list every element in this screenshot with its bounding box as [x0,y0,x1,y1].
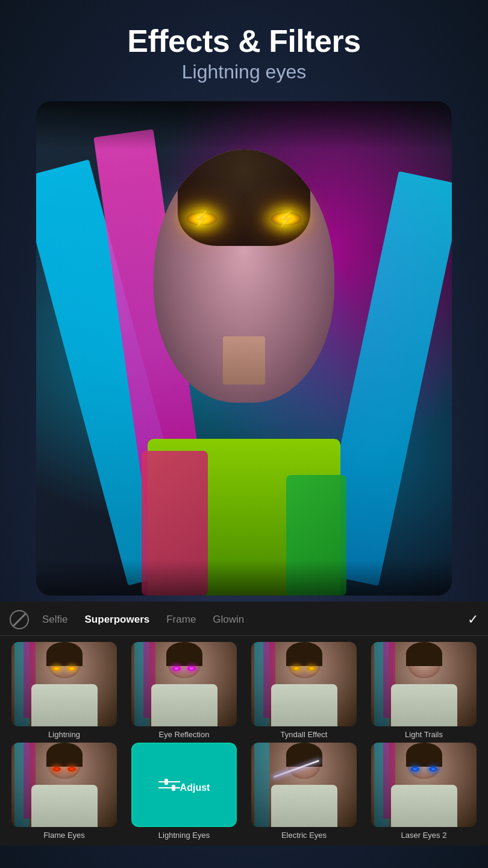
left-eye-glow: ⚡ [184,210,220,228]
light-trails-preview [371,642,477,726]
laser-eyes-thumb [371,743,477,827]
bottom-panel: Selfie Superpowers Frame Glowin ✓ Light [0,602,488,846]
confirm-button[interactable]: ✓ [468,612,478,627]
effect-light-trails[interactable]: Light Trails [366,642,482,739]
page-subtitle: Lightning eyes [12,61,476,83]
vignette-top [36,101,452,149]
tyndall-thumb [251,642,357,726]
light-trails-thumb [371,642,477,726]
eye-right [187,666,196,671]
lightning-left: ⚡ [193,210,211,227]
glow-eyes [289,666,319,672]
electric-eyes-label: Electric Eyes [281,831,327,840]
eye-reflection-thumb [131,642,237,726]
bg-pink [263,642,275,718]
eye-left [172,666,181,671]
eye-right [429,767,437,772]
electric-eyes-thumb [251,743,357,827]
right-eye-glow: ⚡ [268,210,304,228]
vignette-bottom [36,559,452,596]
effect-laser-eyes-2[interactable]: Laser Eyes 2 [366,743,482,840]
tab-superpowers[interactable]: Superpowers [77,610,158,629]
thumb-hair [46,743,83,767]
lightning-eyes-effect: ⚡ ⚡ [160,210,328,228]
flame-preview [11,743,117,827]
neck [223,336,265,385]
eye-reflection-preview [131,642,237,726]
tab-selfie[interactable]: Selfie [34,610,77,629]
adjust-icon [158,781,180,788]
lightning-preview [11,642,117,726]
main-photo-container: ⚡ ⚡ [36,101,452,596]
bg-pink [143,642,155,718]
effect-lightning-eyes[interactable]: Adjust Lightning Eyes [126,743,242,840]
light-trails-label: Light Trails [405,730,443,739]
eye-left [52,666,61,671]
tyndall-label: Tyndall Effect [281,730,328,739]
tab-frame[interactable]: Frame [158,610,204,629]
eye-right [67,666,76,671]
tyndall-preview [251,642,357,726]
page-title: Effects & Filters [12,24,476,58]
eye-left [292,666,301,671]
glow-eyes [169,666,199,672]
lightning-right: ⚡ [277,210,295,227]
bg-cyan [254,743,269,827]
bg-pink [23,743,36,819]
effect-electric-eyes[interactable]: Electric Eyes [246,743,362,840]
effect-flame-eyes[interactable]: Flame Eyes [6,743,122,840]
lightning-thumb [11,642,117,726]
effect-lightning[interactable]: Lightning [6,642,122,739]
lightning-label: Lightning [48,730,80,739]
eye-right [307,666,316,671]
laser-eyes [406,767,442,773]
adjust-line-2 [158,787,180,788]
bg-pink [383,743,395,819]
hair [178,149,310,246]
laser-preview [371,743,477,827]
header: Effects & Filters Lightning eyes [0,0,488,95]
bg-pink [383,642,395,718]
adjust-line-1 [158,781,180,782]
flame-eyes-label: Flame Eyes [43,831,85,840]
thumb-hair [286,743,322,767]
eye-left [411,767,419,772]
thumb-hair [166,642,202,666]
glow-eyes [49,666,80,672]
flame-eyes-thumb [11,743,117,827]
effect-eye-reflection[interactable]: Eye Reflection [126,642,242,739]
eye-right [67,767,76,772]
thumb-hair [286,642,322,666]
tab-glowin[interactable]: Glowin [204,610,252,629]
glow-eyes [49,767,80,773]
lightning-eyes-label: Lightning Eyes [158,831,210,840]
eye-reflection-label: Eye Reflection [159,730,210,739]
laser-eyes-2-label: Laser Eyes 2 [401,831,447,840]
electric-preview [251,743,357,827]
thumb-hair [406,743,442,767]
thumb-hair [46,642,83,666]
eye-left [52,767,61,772]
lightning-eyes-thumb: Adjust [131,743,237,827]
effect-tyndall[interactable]: Tyndall Effect [246,642,362,739]
thumb-hair [406,642,442,666]
main-photo: ⚡ ⚡ [36,101,452,596]
effects-grid: Lightning Eye Reflection [0,636,488,846]
tab-bar: Selfie Superpowers Frame Glowin ✓ [0,602,488,636]
adjust-label: Adjust [180,782,210,793]
bg-pink [23,642,36,718]
no-filter-button[interactable] [10,610,29,629]
